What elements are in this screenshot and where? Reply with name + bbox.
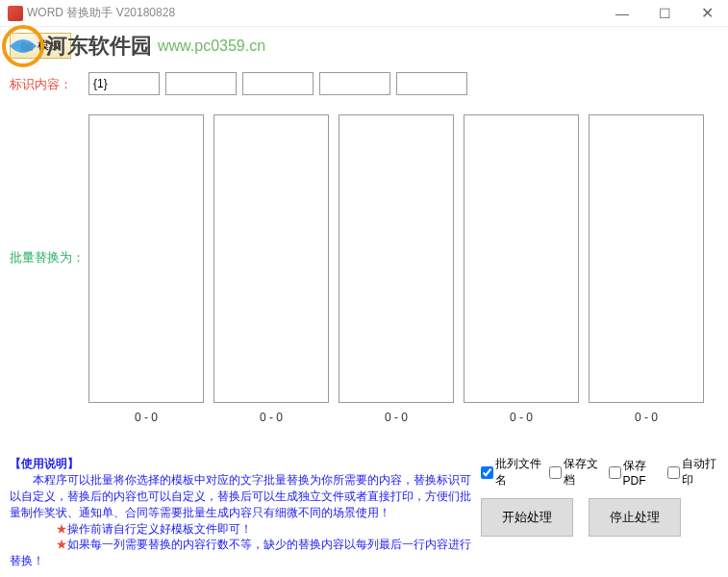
identify-label: 标识内容： [10, 72, 88, 93]
instructions-title: 【使用说明】 [10, 457, 79, 470]
identify-inputs [88, 72, 718, 95]
check-filename-label: 批列文件名 [495, 456, 541, 489]
identify-input-2[interactable] [165, 72, 237, 95]
template-button-label: 模板 [38, 38, 61, 54]
select-template-button[interactable]: 模板 [10, 33, 71, 59]
close-button[interactable]: ✕ [686, 0, 728, 27]
controls-panel: 批列文件名 保存文档 保存PDF 自动打印 开始处理 停止处理 [481, 456, 718, 537]
check-savedoc[interactable]: 保存文档 [549, 456, 600, 489]
footer: 【使用说明】 本程序可以批量将你选择的模板中对应的文字批量替换为你所需要的内容，… [0, 456, 728, 569]
minimize-button[interactable]: — [601, 0, 643, 27]
identify-input-4[interactable] [319, 72, 390, 95]
identify-input-3[interactable] [242, 72, 314, 95]
window-controls: — ☐ ✕ [601, 0, 728, 27]
action-buttons: 开始处理 停止处理 [481, 498, 718, 537]
check-autoprint[interactable]: 自动打印 [667, 456, 718, 489]
replace-col-4: 0 - 0 [464, 114, 579, 424]
identify-row: 标识内容： [10, 72, 718, 95]
window-title: WORD 替换助手 V20180828 [27, 5, 175, 21]
instructions-line3: 如果每一列需要替换的内容行数不等，缺少的替换内容以每列最后一行内容进行替换！ [10, 538, 471, 567]
replace-textarea-1[interactable] [88, 114, 204, 403]
star-icon-1: ★ [56, 522, 67, 536]
content-area: 标识内容： 批量替换为： 0 - 0 0 - 0 0 - 0 [0, 72, 728, 424]
replace-columns: 0 - 0 0 - 0 0 - 0 0 - 0 0 - 0 [88, 114, 718, 424]
check-savepdf[interactable]: 保存PDF [609, 456, 660, 489]
titlebar: WORD 替换助手 V20180828 — ☐ ✕ [0, 0, 728, 27]
check-savedoc-label: 保存文档 [564, 456, 600, 489]
check-autoprint-label: 自动打印 [682, 456, 718, 489]
instructions: 【使用说明】 本程序可以批量将你选择的模板中对应的文字批量替换为你所需要的内容，… [10, 456, 481, 569]
toolbar: 模板 [0, 27, 728, 64]
instructions-line2: 操作前请自行定义好模板文件即可！ [67, 522, 252, 536]
replace-col-5: 0 - 0 [589, 114, 704, 424]
footer-row: 【使用说明】 本程序可以批量将你选择的模板中对应的文字批量替换为你所需要的内容，… [10, 456, 718, 569]
check-autoprint-box[interactable] [667, 466, 680, 479]
check-filename-box[interactable] [481, 466, 493, 479]
app-icon [8, 6, 23, 21]
start-button[interactable]: 开始处理 [481, 498, 573, 537]
replace-col-2: 0 - 0 [213, 114, 329, 424]
counter-2: 0 - 0 [260, 411, 283, 424]
replace-row: 批量替换为： 0 - 0 0 - 0 0 - 0 0 - 0 0 - 0 [10, 114, 718, 424]
counter-3: 0 - 0 [385, 411, 408, 424]
replace-textarea-5[interactable] [589, 114, 704, 403]
replace-textarea-2[interactable] [213, 114, 329, 403]
maximize-button[interactable]: ☐ [643, 0, 686, 27]
replace-col-3: 0 - 0 [339, 114, 454, 424]
identify-input-5[interactable] [396, 72, 467, 95]
instructions-line1: 本程序可以批量将你选择的模板中对应的文字批量替换为你所需要的内容，替换标识可以自… [10, 473, 471, 519]
replace-textarea-4[interactable] [464, 114, 579, 403]
counter-1: 0 - 0 [135, 411, 158, 424]
counter-5: 0 - 0 [635, 411, 658, 424]
titlebar-left: WORD 替换助手 V20180828 [8, 5, 175, 21]
check-filename[interactable]: 批列文件名 [481, 456, 541, 489]
replace-col-1: 0 - 0 [88, 114, 204, 424]
counter-4: 0 - 0 [510, 411, 533, 424]
star-icon-2: ★ [56, 538, 67, 551]
check-savedoc-box[interactable] [549, 466, 562, 479]
replace-label: 批量替换为： [10, 114, 88, 266]
check-savepdf-box[interactable] [609, 466, 621, 479]
check-savepdf-label: 保存PDF [623, 458, 660, 488]
checkbox-row: 批列文件名 保存文档 保存PDF 自动打印 [481, 456, 718, 489]
identify-input-1[interactable] [88, 72, 160, 95]
folder-icon [20, 39, 34, 53]
replace-textarea-3[interactable] [339, 114, 454, 403]
stop-button[interactable]: 停止处理 [589, 498, 681, 537]
